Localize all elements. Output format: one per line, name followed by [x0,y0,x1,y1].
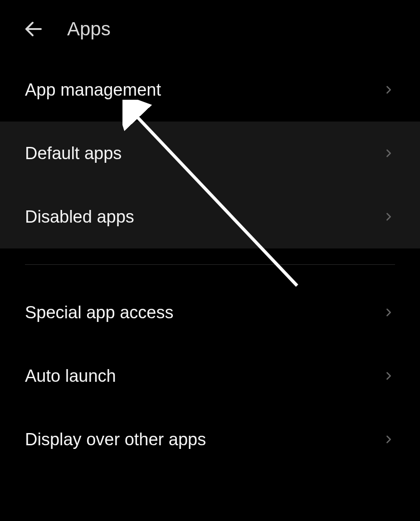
item-label: Auto launch [25,366,116,386]
chevron-right-icon [382,433,395,446]
item-default-apps[interactable]: Default apps [0,122,420,185]
item-label: Default apps [25,144,122,163]
chevron-right-icon [382,370,395,382]
chevron-right-icon [382,83,395,96]
page-title: Apps [67,18,111,40]
divider [25,264,395,265]
item-label: Display over other apps [25,430,206,449]
item-display-over-other-apps[interactable]: Display over other apps [0,408,420,471]
chevron-right-icon [382,210,395,223]
settings-list-1: App management Default apps Disabled app… [0,58,420,248]
chevron-right-icon [382,147,395,160]
chevron-right-icon [382,306,395,319]
item-label: App management [25,80,161,100]
arrow-left-icon [23,18,44,40]
back-button[interactable] [23,18,44,40]
header: Apps [0,0,420,58]
item-label: Disabled apps [25,207,134,227]
item-disabled-apps[interactable]: Disabled apps [0,185,420,248]
item-auto-launch[interactable]: Auto launch [0,344,420,408]
settings-list-2: Special app access Auto launch Display o… [0,281,420,471]
item-app-management[interactable]: App management [0,58,420,122]
item-special-app-access[interactable]: Special app access [0,281,420,344]
item-label: Special app access [25,303,173,322]
